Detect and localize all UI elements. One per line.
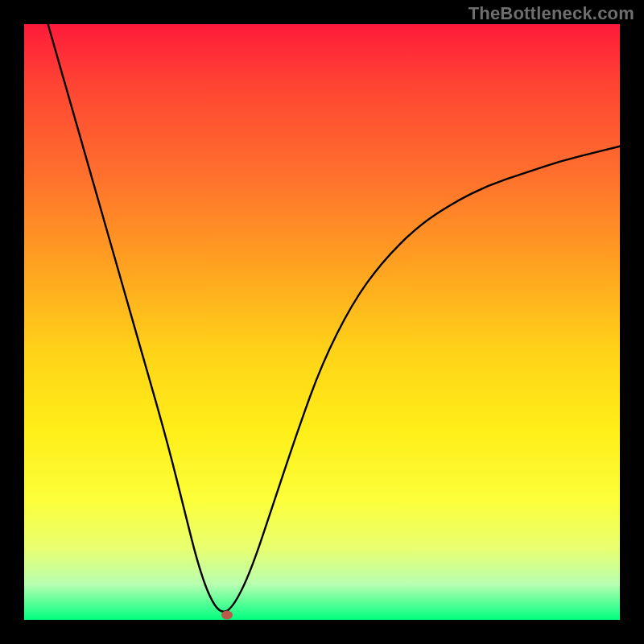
chart-frame: TheBottleneck.com: [0, 0, 644, 644]
bottleneck-curve: [48, 24, 620, 612]
curve-svg: [24, 24, 620, 620]
watermark-text: TheBottleneck.com: [469, 3, 634, 24]
plot-area: [24, 24, 620, 620]
optimal-point-marker: [221, 611, 233, 620]
